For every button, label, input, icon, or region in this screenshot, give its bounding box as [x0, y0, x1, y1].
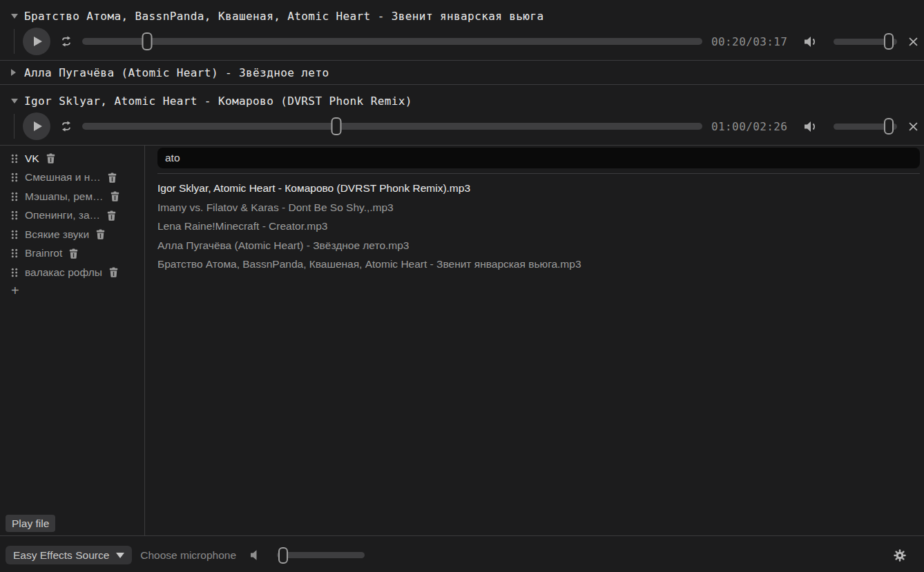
playlist-label[interactable]: VK	[25, 152, 39, 165]
choose-microphone-label: Choose microphone	[140, 549, 236, 562]
playlist-label[interactable]: валакас рофлы	[25, 266, 102, 279]
source-selector-label: Easy Effects Source	[13, 549, 109, 562]
drag-handle-icon[interactable]	[11, 248, 18, 258]
trash-icon[interactable]	[46, 153, 55, 164]
player-title: Алла Пугачёва (Atomic Heart) - Звёздное …	[24, 66, 329, 79]
player-row-1: Братство Атома, BassnPanda, Квашеная, At…	[0, 0, 924, 61]
microphone-bar: Easy Effects Source Choose microphone	[0, 535, 924, 572]
close-icon[interactable]	[905, 119, 921, 134]
drag-handle-icon[interactable]	[11, 192, 18, 201]
sidebar-item-valakas[interactable]: валакас рофлы	[11, 263, 144, 282]
player-1-summary[interactable]: Братство Атома, BassnPanda, Квашеная, At…	[0, 0, 924, 28]
time-display: 01:00/02:26	[711, 120, 790, 133]
sidebar-item-smeshnaya[interactable]: Смешная и н…	[11, 168, 144, 188]
collapse-icon[interactable]	[11, 99, 18, 103]
file-item[interactable]: Igor Sklyar, Atomic Heart - Комарово (DV…	[157, 179, 920, 198]
file-item[interactable]: Алла Пугачёва (Atomic Heart) - Звёздное …	[157, 236, 920, 255]
search-underline	[157, 173, 920, 174]
close-icon[interactable]	[905, 34, 921, 49]
volume-icon[interactable]	[803, 120, 818, 133]
drag-handle-icon[interactable]	[11, 172, 18, 182]
mic-volume-slider[interactable]	[277, 552, 365, 558]
soundboard-app: Братство Атома, BassnPanda, Квашеная, At…	[0, 0, 924, 572]
source-selector[interactable]: Easy Effects Source	[6, 546, 132, 564]
muted-volume-icon[interactable]	[250, 549, 260, 561]
player-3-summary[interactable]: Igor Sklyar, Atomic Heart - Комарово (DV…	[0, 85, 924, 112]
play-icon	[34, 37, 42, 46]
chevron-down-icon	[116, 553, 124, 558]
sidebar-item-vk[interactable]: VK	[11, 149, 144, 168]
trash-icon[interactable]	[107, 210, 116, 221]
indent-line	[14, 114, 23, 139]
file-browser: Igor Sklyar, Atomic Heart - Комарово (DV…	[145, 146, 924, 535]
volume-handle[interactable]	[884, 33, 894, 50]
sidebar-item-sounds[interactable]: Всякие звуки	[11, 225, 144, 244]
volume-slider[interactable]	[834, 39, 897, 45]
indent-line	[14, 29, 23, 54]
player-title: Igor Sklyar, Atomic Heart - Комарово (DV…	[24, 95, 412, 108]
playlist-label[interactable]: Brainrot	[25, 247, 62, 259]
playlist-sidebar: VK Смешная и н… Мэшапы, рем… Опенинги, з…	[0, 146, 145, 535]
trash-icon[interactable]	[69, 248, 78, 259]
player-row-2: Алла Пугачёва (Atomic Heart) - Звёздное …	[0, 61, 924, 85]
play-button[interactable]	[23, 112, 50, 140]
sidebar-item-openings[interactable]: Опенинги, за…	[11, 206, 144, 226]
plus-icon: +	[11, 283, 19, 298]
player-1-controls: 00:20/03:17	[0, 28, 924, 55]
seek-handle[interactable]	[142, 32, 153, 50]
play-button[interactable]	[23, 28, 50, 55]
drag-handle-icon[interactable]	[11, 268, 18, 277]
player-3-controls: 01:00/02:26	[0, 112, 924, 140]
player-title: Братство Атома, BassnPanda, Квашеная, At…	[24, 10, 543, 23]
content-area: VK Смешная и н… Мэшапы, рем… Опенинги, з…	[0, 146, 924, 535]
drag-handle-icon[interactable]	[11, 210, 18, 220]
sidebar-item-brainrot[interactable]: Brainrot	[11, 244, 144, 264]
trash-icon[interactable]	[109, 267, 118, 277]
playlist-label[interactable]: Опенинги, за…	[25, 209, 100, 221]
gear-icon[interactable]	[892, 548, 907, 563]
seek-slider[interactable]	[82, 38, 702, 45]
add-playlist-button[interactable]: +	[11, 282, 25, 301]
drag-handle-icon[interactable]	[11, 154, 18, 164]
volume-slider[interactable]	[834, 124, 897, 130]
time-display: 00:20/03:17	[711, 35, 790, 48]
volume-handle[interactable]	[884, 118, 894, 135]
playlist-label[interactable]: Всякие звуки	[25, 228, 89, 241]
sidebar-item-mashups[interactable]: Мэшапы, рем…	[11, 187, 144, 206]
volume-icon[interactable]	[803, 35, 818, 48]
search-input[interactable]	[157, 148, 920, 168]
file-list: Igor Sklyar, Atomic Heart - Комарово (DV…	[157, 179, 920, 274]
playlist-label[interactable]: Смешная и н…	[25, 171, 101, 184]
player-2-summary[interactable]: Алла Пугачёва (Atomic Heart) - Звёздное …	[0, 61, 924, 84]
drag-handle-icon[interactable]	[11, 230, 18, 239]
playlist-label[interactable]: Мэшапы, рем…	[25, 190, 104, 203]
collapse-icon[interactable]	[11, 14, 18, 19]
file-item[interactable]: Lena Raine!Minecraft - Creator.mp3	[157, 217, 920, 236]
file-item[interactable]: Imany vs. Filatov & Karas - Dont Be So S…	[157, 198, 920, 217]
trash-icon[interactable]	[96, 229, 105, 239]
repeat-icon[interactable]	[60, 120, 73, 132]
trash-icon[interactable]	[110, 191, 119, 201]
player-row-3: Igor Sklyar, Atomic Heart - Комарово (DV…	[0, 85, 924, 146]
repeat-icon[interactable]	[60, 35, 73, 48]
seek-handle[interactable]	[331, 117, 342, 135]
play-file-button[interactable]: Play file	[6, 515, 55, 532]
mic-volume-handle[interactable]	[278, 547, 288, 564]
expand-icon[interactable]	[11, 69, 16, 76]
play-icon	[34, 121, 42, 131]
file-item[interactable]: Братство Атома, BassnPanda, Квашеная, At…	[157, 255, 920, 274]
trash-icon[interactable]	[108, 172, 117, 183]
seek-slider[interactable]	[82, 123, 702, 130]
